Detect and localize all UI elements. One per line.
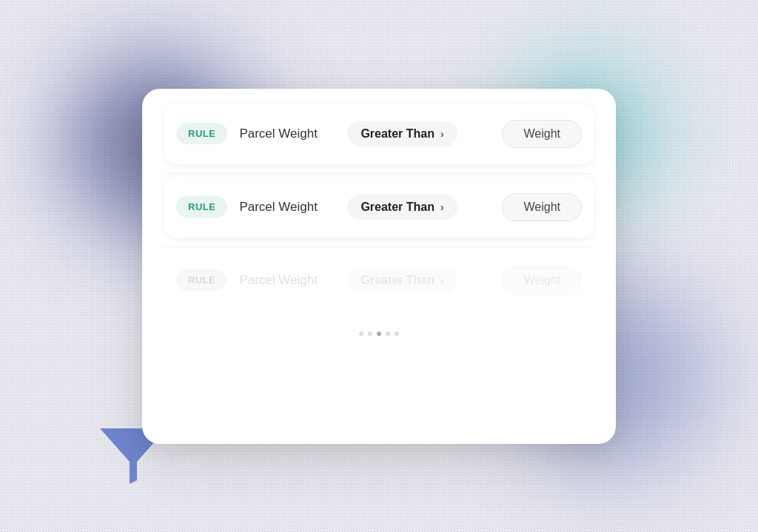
- divider-2: [164, 246, 594, 247]
- rule-badge-3[interactable]: RULE: [176, 269, 227, 291]
- greater-than-button-2[interactable]: Greater Than ›: [347, 195, 457, 220]
- greater-than-button-3[interactable]: Greater Than ›: [347, 268, 457, 293]
- bottom-dots-area: [164, 331, 594, 343]
- greater-than-label-3: Greater Than: [360, 274, 435, 287]
- divider-1: [164, 173, 594, 174]
- chevron-icon-1: ›: [440, 128, 444, 140]
- rule-row-3: RULE Parcel Weight Greater Than › Weight: [164, 250, 594, 311]
- rule-badge-2[interactable]: RULE: [176, 196, 227, 218]
- greater-than-label-2: Greater Than: [360, 201, 435, 214]
- chevron-icon-2: ›: [440, 201, 444, 213]
- parcel-weight-label-3: Parcel Weight: [239, 273, 335, 288]
- parcel-weight-label-1: Parcel Weight: [239, 127, 335, 141]
- dot-2: [368, 331, 372, 336]
- dot-4: [386, 331, 390, 336]
- parcel-weight-label-2: Parcel Weight: [239, 200, 335, 215]
- dot-3: [377, 331, 381, 336]
- greater-than-button-1[interactable]: Greater Than ›: [347, 121, 457, 147]
- greater-than-label-1: Greater Than: [360, 127, 435, 141]
- rule-badge-1[interactable]: RULE: [176, 123, 227, 144]
- weight-button-2[interactable]: Weight: [502, 193, 582, 221]
- weight-button-3[interactable]: Weight: [502, 266, 582, 294]
- weight-button-1[interactable]: Weight: [502, 120, 582, 148]
- rules-card: RULE Parcel Weight Greater Than › Weight…: [142, 89, 616, 444]
- dot-1: [359, 331, 363, 336]
- dot-5: [395, 331, 399, 336]
- rule-row-2: RULE Parcel Weight Greater Than › Weight: [164, 177, 594, 238]
- rule-row-1: RULE Parcel Weight Greater Than › Weight: [164, 104, 594, 164]
- chevron-icon-3: ›: [440, 275, 444, 286]
